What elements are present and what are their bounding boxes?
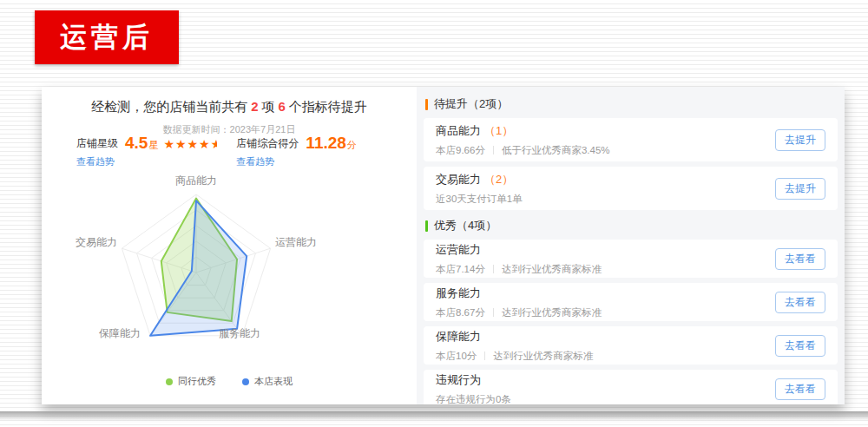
metric-desc-divider — [493, 308, 494, 317]
composite-score-unit: 分 — [347, 139, 357, 152]
legend-label: 本店表现 — [254, 375, 293, 388]
metric-count: （1） — [484, 124, 513, 137]
bottom-shadow-band — [0, 411, 868, 422]
star-rating-label: 店铺星级 — [76, 136, 118, 150]
update-time-value: 2023年7月21日 — [230, 124, 296, 135]
metric-title: 违规行为 — [436, 373, 481, 386]
capability-radar-chart: 商品能力运营能力服务能力保障能力交易能力 — [42, 170, 417, 387]
shop-diagnosis-card: 经检测，您的店铺当前共有2项6个指标待提升 数据更新时间：2023年7月21日 … — [42, 87, 845, 404]
metric-score: 存在违规行为0条 — [436, 393, 511, 405]
legend-dot-icon — [166, 378, 173, 385]
metric-desc-divider — [484, 351, 485, 360]
section-title: 优秀（4项） — [434, 218, 496, 233]
data-update-time: 数据更新时间：2023年7月21日 — [42, 123, 417, 136]
star-icon: ★ — [163, 137, 175, 151]
legend-label: 同行优秀 — [178, 375, 216, 388]
pending-groups-count: 2 — [251, 99, 258, 114]
radar-axis-label: 商品能力 — [175, 174, 217, 187]
metric-card: 交易能力（2） 近30天支付订单1单 去提升 — [424, 167, 838, 210]
action-button[interactable]: 去看看 — [775, 378, 825, 400]
star-rating-unit: 星 — [148, 139, 158, 152]
section-header: 待提升（2项） — [425, 96, 838, 112]
star-trend-link[interactable]: 查看趋势 — [76, 155, 118, 168]
ratings-row: 店铺星级 查看趋势 4.5 星 ★★★★★ 店铺综合得分 查看趋势 11.28 … — [76, 136, 417, 168]
star-rating-value: 4.5 — [125, 136, 148, 150]
legend-dot-icon — [242, 378, 249, 385]
action-button[interactable]: 去提升 — [775, 178, 825, 200]
section-title: 待提升（2项） — [434, 96, 508, 112]
action-button[interactable]: 去看看 — [775, 292, 825, 313]
update-time-label: 数据更新时间： — [163, 124, 230, 135]
diagnosis-summary-pane: 经检测，您的店铺当前共有2项6个指标待提升 数据更新时间：2023年7月21日 … — [42, 87, 417, 404]
radar-axis-label: 运营能力 — [275, 236, 317, 248]
star-icon: ★ — [187, 137, 200, 151]
metric-card: 商品能力（1） 本店9.66分 低于行业优秀商家3.45% 去提升 — [424, 118, 838, 161]
metric-card: 违规行为 存在违规行为0条 去看看 — [424, 370, 838, 404]
metric-title: 交易能力 — [436, 173, 481, 186]
metric-title: 商品能力 — [436, 124, 481, 137]
section-header: 优秀（4项） — [425, 218, 838, 233]
summary-title: 经检测，您的店铺当前共有2项6个指标待提升 — [42, 99, 417, 115]
score-trend-link[interactable]: 查看趋势 — [236, 155, 299, 168]
groups-unit: 项 — [262, 99, 275, 114]
metric-desc: 达到行业优秀商家标准 — [493, 350, 593, 363]
half-star-icon: ★ — [211, 137, 218, 151]
radar-axis-label: 交易能力 — [76, 236, 117, 248]
composite-score-label: 店铺综合得分 — [236, 136, 299, 150]
metric-score: 本店10分 — [436, 350, 477, 363]
metric-desc-divider — [493, 265, 494, 273]
summary-title-suffix: 个指标待提升 — [289, 99, 367, 114]
metric-card: 服务能力 本店8.67分 达到行业优秀商家标准 去看看 — [424, 283, 838, 321]
metric-desc: 达到行业优秀商家标准 — [502, 306, 602, 319]
metric-score: 本店7.14分 — [436, 263, 485, 276]
action-button[interactable]: 去看看 — [775, 335, 825, 357]
metric-card: 运营能力 本店7.14分 达到行业优秀商家标准 去看看 — [424, 240, 838, 278]
metric-title: 运营能力 — [436, 243, 481, 256]
metric-score: 本店8.67分 — [436, 306, 485, 319]
composite-score-group: 店铺综合得分 查看趋势 11.28 分 — [236, 136, 357, 168]
radar-axis-label: 保障能力 — [99, 327, 141, 339]
section-accent-bar — [425, 220, 428, 232]
metric-title: 服务能力 — [436, 286, 481, 299]
radar-legend: 同行优秀本店表现 — [42, 375, 417, 388]
radar-axis-label: 服务能力 — [219, 327, 260, 339]
star-row: ★★★★★ — [163, 137, 217, 151]
action-button[interactable]: 去提升 — [775, 129, 825, 151]
star-icon: ★ — [199, 137, 211, 151]
action-button[interactable]: 去看看 — [775, 248, 825, 270]
composite-score-value: 11.28 — [306, 136, 346, 150]
metric-score: 本店9.66分 — [436, 144, 485, 157]
pending-items-count: 6 — [279, 99, 286, 114]
legend-item[interactable]: 本店表现 — [242, 375, 293, 388]
section-accent-bar — [425, 99, 428, 110]
metric-score: 近30天支付订单1单 — [436, 193, 523, 206]
summary-title-prefix: 经检测，您的店铺当前共有 — [91, 99, 247, 114]
legend-item[interactable]: 同行优秀 — [166, 375, 216, 388]
metric-desc: 达到行业优秀商家标准 — [502, 263, 602, 276]
metric-desc: 低于行业优秀商家3.45% — [502, 144, 610, 157]
star-rating-group: 店铺星级 查看趋势 4.5 星 ★★★★★ — [76, 136, 217, 168]
metrics-panel: 待提升（2项） 商品能力（1） 本店9.66分 低于行业优秀商家3.45% 去提… — [417, 87, 845, 404]
metric-desc-divider — [493, 146, 494, 154]
metric-count: （2） — [484, 173, 513, 186]
star-icon: ★ — [175, 137, 187, 151]
metric-card: 保障能力 本店10分 达到行业优秀商家标准 去看看 — [424, 326, 838, 365]
metric-title: 保障能力 — [436, 330, 481, 343]
stage-badge: 运营后 — [35, 10, 179, 64]
